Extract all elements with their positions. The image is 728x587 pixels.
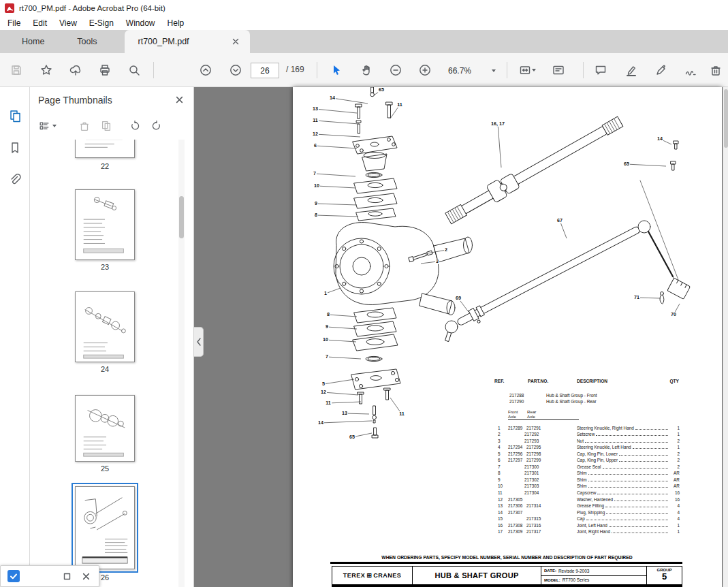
part-number-front: 217307 [508,510,526,515]
parts-table-row: 10217303ShimAR [494,482,680,489]
hand-tool-button[interactable] [357,61,376,80]
highlight-tool-button[interactable] [622,61,641,80]
dotted-leader [597,494,668,494]
page-thumbnail-23[interactable] [75,189,135,260]
tab-tools[interactable]: Tools [61,30,113,53]
toolbar-separator [317,62,317,78]
select-tool-button[interactable] [327,61,346,80]
callout-label: 12 [312,131,319,137]
page-number-label: 25 [75,464,135,473]
print-button[interactable] [95,61,114,80]
previous-page-button[interactable] [196,61,215,80]
menu-item-help[interactable]: Help [161,18,191,28]
callout-label: 16, 17 [490,121,505,127]
dotted-leader [619,461,668,462]
next-page-button[interactable] [226,61,245,80]
parts-table-row: 17217309217317Joint, Right Hand1 [494,528,680,535]
part-ref: 9 [494,477,508,482]
part-ref: 4 [494,445,508,449]
attachments-panel-button[interactable] [0,163,30,195]
star-favorite-button[interactable] [37,61,56,80]
part-number-rear: 217314 [526,503,545,508]
toolbar-separator [507,62,507,78]
thumbnail-options-button[interactable] [38,120,57,132]
page-thumbnail-24[interactable] [75,291,135,362]
main-toolbar: / 169 66.7% [0,53,728,87]
thumbnail-panel-header: Page Thumbnails [30,87,193,112]
menu-item-view[interactable]: View [53,18,83,28]
floating-mini-window [0,565,99,587]
zoom-in-button[interactable] [415,61,434,80]
panel-close-icon[interactable] [173,94,185,106]
page-thumbnails-panel-button[interactable] [0,99,30,131]
widget-close-icon[interactable] [80,570,92,582]
save-button[interactable] [7,61,26,80]
chevron-down-icon [532,69,536,72]
fill-sign-tool-button[interactable] [681,61,700,80]
col-ref: REF. [494,379,504,383]
rotate-cw-button[interactable] [151,120,163,132]
menu-item-esign[interactable]: E-Sign [83,18,120,28]
dotted-leader [614,501,668,501]
part-number-both: 217304 [508,490,545,495]
date-value: Revisde 9-2003 [558,569,590,573]
part-number-rear: 217295 [526,445,545,449]
footer-divider [330,562,682,564]
toolbar-separator [583,62,584,78]
part-description: Cap [577,516,585,521]
parts-table-row: 14217307Plug, Shipping4 [494,508,680,515]
part-number-front: 217296 [508,451,526,456]
callout-label: 65 [349,434,355,440]
reading-mode-button[interactable] [549,61,568,80]
delete-page-button[interactable] [78,120,91,132]
menu-item-edit[interactable]: Edit [27,18,53,28]
thumbnail-scrollbar[interactable] [178,140,185,587]
page-thumbnail-22[interactable] [75,140,135,158]
callout-label: 71 [633,295,640,300]
zoom-level-dropdown[interactable]: 66.7% [443,63,501,78]
document-scrollbar-thumb[interactable] [724,89,728,148]
part-qty: 2 [669,464,680,469]
menu-item-file[interactable]: File [1,18,27,28]
search-button[interactable] [125,61,144,80]
tab-home[interactable]: Home [5,30,61,53]
esign-tool-button[interactable] [652,61,671,80]
page-number-input[interactable] [251,63,279,78]
thumbnail-scrollbar-thumb[interactable] [179,196,184,238]
fit-width-dropdown[interactable] [515,61,539,80]
widget-restore-icon[interactable] [61,570,73,582]
part-description: Shim [577,483,587,488]
group-number-cell: GROUP 5 [646,567,682,584]
thumbnail-panel: Page Thumbnails 2223242526 [30,87,194,587]
front-axle-header: FrontAxle [508,409,527,419]
part-ref: 17 [494,529,508,534]
rotate-ccw-button[interactable] [129,120,141,132]
comment-tool-button[interactable] [591,61,610,80]
thumbnail-list: 2223242526 [30,140,194,587]
group-description: Hub & Shaft Group - Rear [546,399,597,404]
share-upload-button[interactable] [66,61,85,80]
rear-axle-header: RearAxle [527,409,546,419]
col-description: DESCRIPTION [577,379,607,383]
tab-close-icon[interactable] [230,35,242,48]
page-thumbnail-26[interactable] [75,486,135,569]
chevron-down-icon [492,69,496,72]
callout-label: 67 [556,218,563,223]
delete-pages-button[interactable] [707,61,725,80]
extract-page-button[interactable] [100,120,112,132]
thumbnail-panel-toolbar [30,112,193,140]
zoom-out-button[interactable] [386,61,405,80]
document-scrollbar[interactable] [723,87,728,587]
callout-label: 10 [313,183,320,189]
callout-label: 11 [398,411,405,417]
dotted-leader [586,520,668,520]
tab-document[interactable]: rt700_PM.pdf [125,30,250,53]
part-number-rear: 217317 [526,529,545,534]
page-thumbnail-25[interactable] [75,395,135,462]
part-number-front: 217294 [508,445,526,449]
bookmarks-panel-button[interactable] [0,131,30,163]
menu-item-window[interactable]: Window [120,18,161,28]
parts-table-row: 15217315Cap4 [494,515,680,522]
part-qty: 1 [669,432,680,437]
collapse-panel-button[interactable] [194,327,204,357]
